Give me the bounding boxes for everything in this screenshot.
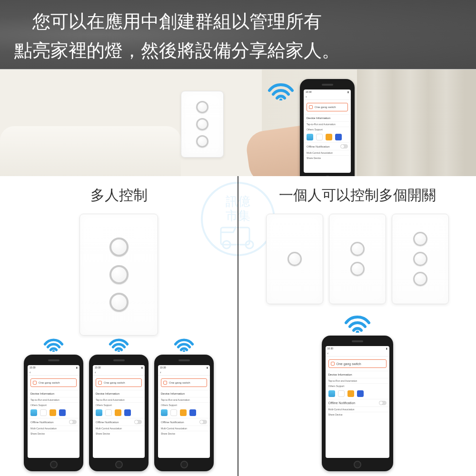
switch-touch-button xyxy=(350,262,365,276)
switch-touch-button xyxy=(413,232,427,246)
phone-with-wifi: 10:30▮ ‹ One gang switch Device Informat… xyxy=(24,336,83,471)
wall-switch-3gang xyxy=(79,214,158,336)
phone-with-wifi: 10:30▮ ‹ One gang switch Device Informat… xyxy=(154,336,214,471)
row-tap-to-run: Tap-to-Run and Automation xyxy=(326,378,389,383)
row-share-device: Share Device xyxy=(326,412,389,417)
phone-speaker xyxy=(48,359,60,361)
switch-touch-button xyxy=(350,242,365,256)
switch-icon xyxy=(331,362,335,366)
comparison-columns: 多人控制 10:30▮ ‹ On xyxy=(0,176,476,476)
switch-touch-button xyxy=(196,101,208,113)
row-tap-to-run: Tap-to-Run and Automation xyxy=(304,121,351,127)
wifi-icon xyxy=(173,336,195,352)
headline-banner: 您可以在應用中創建群組以管理所有 點亮家裡的燈，然後將設備分享給家人。 xyxy=(0,0,476,69)
switch-touch-button xyxy=(413,252,427,266)
col-one-person-multi-switch: 一個人可以控制多個開關 xyxy=(238,176,476,476)
phone-screen: 10:30▮ ‹ One gang switch Device Informat… xyxy=(326,346,389,458)
device-title: One gang switch xyxy=(337,362,361,366)
wifi-icon xyxy=(343,311,372,333)
headline-text-1: 您可以在應用中創建群組以管理所有 xyxy=(14,7,462,36)
alexa-icon xyxy=(328,390,335,397)
row-others-support: Others Support xyxy=(304,127,351,132)
smart-assistant-icon xyxy=(326,134,332,140)
svg-point-6 xyxy=(118,350,120,352)
row-offline-notify: Offline Notification xyxy=(304,142,351,150)
switch-touch-button xyxy=(109,293,129,312)
row-share-device: Share Device xyxy=(304,155,351,160)
row-others-support: Others Support xyxy=(326,383,389,388)
ifttt-icon xyxy=(335,134,342,140)
headline-text-2: 點亮家裡的燈，然後將設備分享給家人。 xyxy=(14,36,462,65)
phone-with-wifi: 10:30▮ ‹ One gang switch Device Informat… xyxy=(322,311,393,471)
switch-touch-button xyxy=(109,265,129,284)
google-assistant-icon xyxy=(338,390,345,397)
svg-point-0 xyxy=(279,99,282,100)
wifi-icon xyxy=(108,336,129,352)
home-button-icon xyxy=(50,461,58,468)
switch-touch-button xyxy=(413,272,427,286)
back-icon: ‹ xyxy=(306,95,307,99)
phone-screen: 10:30▮ ‹ One gang switch Device Informat… xyxy=(28,365,79,458)
smart-assistant-icon xyxy=(347,390,354,397)
switch-touch-button xyxy=(196,118,208,130)
home-button-icon xyxy=(354,461,361,468)
smartphone-device: 10:30▮ ‹ One gang switch Device Informat… xyxy=(322,336,393,471)
battery-icon: ▮ xyxy=(347,90,349,93)
switch-touch-button xyxy=(196,135,208,148)
toggle-icon xyxy=(340,144,348,149)
phone-screen: 10:30 ▮ ‹ One gang switch Device Informa… xyxy=(304,89,351,173)
curtain-graphic xyxy=(357,69,476,176)
svg-point-8 xyxy=(356,331,359,333)
col-multi-user: 多人控制 10:30▮ ‹ On xyxy=(0,176,238,476)
wall-switch-3gang xyxy=(392,214,449,304)
screen-statusbar: 10:30 ▮ xyxy=(304,89,351,94)
screen-navbar: ‹ xyxy=(304,94,351,100)
toggle-icon xyxy=(379,401,387,405)
assistant-icons xyxy=(326,388,389,399)
wall-switch-1gang xyxy=(266,214,323,304)
smartphone-device: 10:30▮ ‹ One gang switch Device Informat… xyxy=(89,355,149,471)
row-multi-control: Multi-Control Association xyxy=(326,407,389,412)
phone-speaker xyxy=(352,340,363,342)
smartphone-device: 10:30▮ ‹ One gang switch Device Informat… xyxy=(154,355,214,471)
wifi-icon xyxy=(267,79,295,100)
back-icon: ‹ xyxy=(327,351,329,356)
ifttt-icon xyxy=(357,390,364,397)
wall-switch-2gang xyxy=(329,214,386,304)
back-icon: ‹ xyxy=(30,370,31,375)
alexa-icon xyxy=(307,134,313,140)
device-title-box: One gang switch xyxy=(307,103,348,111)
wifi-icon xyxy=(43,336,64,352)
device-title: One gang switch xyxy=(315,106,336,109)
row-offline-notify: Offline Notification xyxy=(326,399,389,407)
row-multi-control: Multi-Control Association xyxy=(304,150,351,155)
wall-switch-3gang xyxy=(181,91,224,158)
col-left-title: 多人控制 xyxy=(90,186,148,205)
phones-row: 10:30▮ ‹ One gang switch Device Informat… xyxy=(24,336,214,471)
google-assistant-icon xyxy=(316,134,323,140)
svg-point-7 xyxy=(183,350,185,352)
switch-icon xyxy=(309,105,313,109)
switch-panels-row xyxy=(266,214,449,304)
phone-speaker xyxy=(322,84,333,86)
assistant-icons xyxy=(304,132,351,142)
screen-time: 10:30 xyxy=(306,90,312,93)
col-right-title: 一個人可以控制多個開關 xyxy=(279,186,436,205)
sofa-graphic xyxy=(0,126,181,176)
switch-touch-button xyxy=(288,252,302,266)
phone-with-wifi: 10:30▮ ‹ One gang switch Device Informat… xyxy=(89,336,149,471)
row-device-info: Device Information xyxy=(326,371,389,378)
row-device-info: Device Information xyxy=(304,114,351,121)
smartphone-device: 10:30 ▮ ‹ One gang switch Device Informa… xyxy=(300,79,355,176)
smartphone-device: 10:30▮ ‹ One gang switch Device Informat… xyxy=(24,355,83,471)
home-button-icon xyxy=(324,176,331,176)
hero-photo: 10:30 ▮ ‹ One gang switch Device Informa… xyxy=(0,69,476,176)
svg-point-5 xyxy=(52,350,55,352)
switch-touch-button xyxy=(109,238,129,257)
